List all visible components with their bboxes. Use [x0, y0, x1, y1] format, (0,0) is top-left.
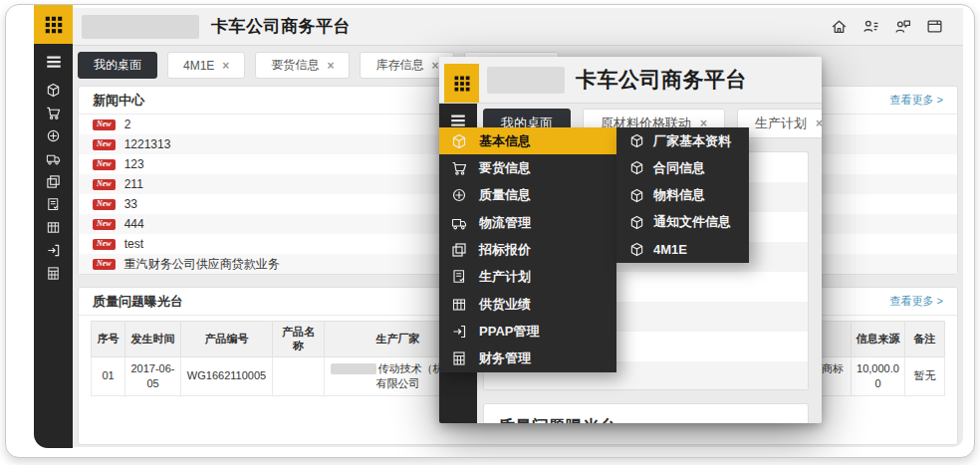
app-logo[interactable] [34, 5, 73, 44]
quality-more-link[interactable]: 查看更多 > [890, 294, 943, 309]
column-header: 备注 [905, 322, 945, 357]
cell-product-name [273, 356, 325, 396]
close-icon[interactable]: × [327, 60, 334, 72]
menu-item-supply-performance[interactable]: 供货业绩 [439, 291, 616, 318]
cube-icon [629, 160, 644, 175]
news-text: test [124, 237, 143, 251]
column-header: 产品编号 [181, 322, 273, 357]
new-badge: New [93, 119, 116, 130]
menu-item-bidding[interactable]: 招标报价 [439, 236, 616, 263]
tab-4m1e[interactable]: 4M1E × [167, 52, 245, 79]
column-header: 发生时间 [125, 322, 181, 357]
submenu-item-contract-info[interactable]: 合同信息 [616, 154, 749, 181]
quality-panel-title: 质量问题曝光台 [93, 293, 183, 311]
new-badge: New [93, 139, 116, 150]
home-icon[interactable] [831, 18, 848, 35]
tab-demand-info[interactable]: 要货信息 × [255, 52, 350, 79]
target-icon[interactable] [46, 128, 61, 143]
redacted-company-name [82, 15, 199, 39]
column-header: 序号 [92, 322, 125, 357]
news-text: 444 [124, 217, 144, 231]
header-icon-bar [831, 18, 963, 35]
menu-label: 财务管理 [479, 349, 531, 367]
popup-main-menu: 基本信息 要货信息 质量信息 物流管理 招标报价 生产计划 [439, 127, 616, 372]
doc-check-icon [439, 269, 479, 285]
menu-item-ppap[interactable]: PPAP管理 [439, 318, 616, 345]
menu-label: 供货业绩 [479, 296, 531, 314]
popup-submenu: 厂家基本资料 合同信息 物料信息 通知文件信息 4M1E [616, 127, 749, 263]
tab-production-plan[interactable]: 生产计划 × [737, 109, 822, 138]
menu-label: 要货信息 [479, 159, 531, 177]
menu-item-logistics[interactable]: 物流管理 [439, 209, 616, 236]
cart-icon [439, 160, 479, 176]
submenu-label: 合同信息 [653, 159, 705, 177]
feedback-icon[interactable] [894, 18, 911, 35]
popup-title: 卡车公司商务平台 [576, 66, 747, 94]
truck-icon [439, 215, 479, 231]
submenu-label: 物料信息 [653, 186, 705, 204]
redacted-company-name [487, 67, 565, 94]
close-icon[interactable]: × [222, 60, 229, 72]
calculator-icon [439, 350, 479, 366]
cube-icon [629, 242, 644, 257]
menu-item-basic-info[interactable]: 基本信息 [439, 127, 616, 154]
menu-item-demand-info[interactable]: 要货信息 [439, 154, 616, 181]
submenu-item-4m1e[interactable]: 4M1E [616, 236, 749, 263]
menu-label: 生产计划 [479, 268, 531, 286]
news-text: 33 [124, 197, 137, 211]
close-icon[interactable]: × [431, 60, 438, 72]
tab-label: 库存信息 [375, 57, 423, 74]
close-icon[interactable]: × [816, 117, 822, 129]
submenu-item-material-info[interactable]: 物料信息 [616, 181, 749, 208]
menu-label: PPAP管理 [479, 323, 539, 341]
cell-date: 2017-06-05 [125, 356, 181, 396]
news-text: 123 [124, 157, 144, 171]
submenu-item-factory-basic[interactable]: 厂家基本资料 [616, 127, 749, 154]
new-badge: New [93, 179, 116, 190]
window-icon[interactable] [926, 18, 943, 35]
calculator-icon[interactable] [46, 266, 61, 281]
cube-icon[interactable] [46, 83, 61, 98]
cart-icon[interactable] [46, 106, 61, 120]
main-sidebar [34, 44, 73, 448]
export-icon[interactable] [46, 243, 61, 258]
tab-label: 要货信息 [271, 57, 319, 74]
tab-my-desktop[interactable]: 我的桌面 [78, 52, 157, 79]
menu-item-production-plan[interactable]: 生产计划 [439, 264, 616, 291]
contacts-icon[interactable] [862, 18, 879, 35]
menu-icon[interactable] [45, 53, 63, 71]
news-text: 2 [124, 117, 131, 131]
news-panel-title: 新闻中心 [93, 92, 144, 110]
new-badge: New [93, 219, 116, 230]
new-badge: New [93, 159, 116, 170]
column-header: 产品名称 [273, 322, 325, 357]
tab-label: 生产计划 [755, 115, 807, 132]
cube-icon [629, 133, 644, 148]
submenu-label: 4M1E [653, 242, 687, 257]
popup-header: 卡车公司商务平台 [439, 57, 822, 104]
new-badge: New [93, 259, 116, 270]
news-more-link[interactable]: 查看更多 > [890, 93, 943, 108]
menu-item-quality-info[interactable]: 质量信息 [439, 182, 616, 209]
menu-item-finance[interactable]: 财务管理 [439, 346, 616, 372]
news-text: 211 [124, 177, 143, 191]
doc-check-icon[interactable] [46, 197, 61, 212]
page-title: 卡车公司商务平台 [211, 15, 351, 38]
target-icon [439, 187, 479, 203]
grid-icon[interactable] [46, 220, 61, 235]
grid-logo-icon [452, 74, 472, 94]
new-badge: New [93, 239, 116, 250]
popup-app-logo[interactable] [444, 64, 479, 103]
submenu-item-notice-files[interactable]: 通知文件信息 [616, 209, 749, 236]
news-text: 1221313 [124, 137, 171, 151]
tab-label: 我的桌面 [94, 57, 141, 74]
truck-icon[interactable] [46, 151, 61, 166]
copy-icon [439, 242, 479, 258]
column-header: 信息来源 [852, 322, 905, 357]
popup-quality-panel: 质量问题曝光台 [483, 403, 809, 423]
cube-icon [629, 188, 644, 203]
browser-frame: 卡车公司商务平台 我的桌面 4M1E × 要货信息 [5, 4, 975, 458]
cube-icon [439, 133, 479, 149]
copy-icon[interactable] [46, 174, 61, 189]
export-icon [439, 324, 479, 340]
